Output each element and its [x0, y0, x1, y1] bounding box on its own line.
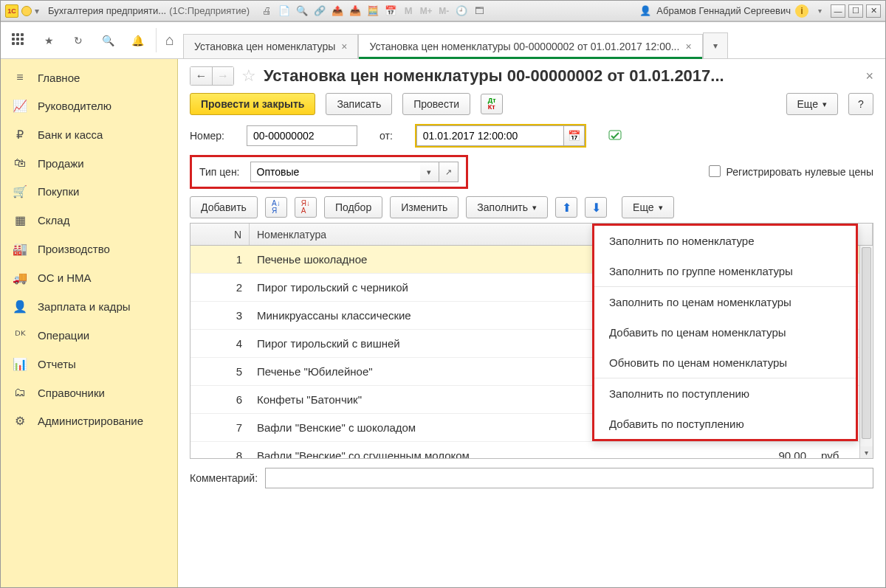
search-icon[interactable]: 🔍 — [100, 32, 116, 49]
sidebar-item-8[interactable]: 👤Зарплата и кадры — [1, 292, 177, 321]
sidebar-item-4[interactable]: 🛒Покупки — [1, 177, 177, 206]
cell-n: 6 — [190, 393, 250, 406]
sidebar-label: Зарплата и кадры — [38, 300, 131, 313]
page-title: Установка цен номенклатуры 00-00000002 о… — [264, 66, 858, 86]
sidebar-item-5[interactable]: ▦Склад — [1, 206, 177, 235]
sidebar: ≡Главное📈Руководителю₽Банк и касса🛍Прода… — [1, 59, 178, 587]
table-scrollbar[interactable]: ▾ — [859, 246, 873, 458]
close-page-button[interactable]: × — [865, 69, 873, 84]
save-button[interactable]: Записать — [326, 93, 392, 115]
fill-menu-item[interactable]: Заполнить по группе номенклатуры — [594, 256, 856, 286]
chevron-down-icon: ▾ — [532, 203, 537, 212]
register-zero-checkbox[interactable] — [709, 165, 721, 177]
sidebar-item-11[interactable]: 🗂Справочники — [1, 378, 177, 407]
sidebar-label: Банк и касса — [38, 128, 103, 141]
calendar-icon[interactable]: 📅 — [384, 4, 397, 18]
cell-n: 7 — [190, 421, 250, 434]
move-up-button[interactable]: ⬆ — [555, 197, 577, 218]
sidebar-item-1[interactable]: 📈Руководителю — [1, 91, 177, 120]
comment-label: Комментарий: — [190, 472, 258, 484]
close-icon[interactable]: × — [341, 41, 347, 52]
print2-icon[interactable]: 📄 — [278, 4, 291, 18]
calendar-picker-icon[interactable]: 📅 — [564, 125, 585, 146]
table-row[interactable]: 8Вафли "Венские" со сгущенным молоком90,… — [190, 442, 873, 459]
home-icon[interactable]: ⌂ — [165, 32, 174, 49]
price-type-input[interactable] — [250, 162, 420, 182]
sidebar-label: Главное — [38, 72, 80, 84]
sidebar-item-10[interactable]: 📊Отчеты — [1, 350, 177, 378]
help-button[interactable]: ? — [848, 93, 873, 115]
window-close-button[interactable]: ✕ — [866, 4, 881, 18]
m-icon[interactable]: M — [402, 4, 415, 18]
sort-desc-button[interactable]: Я↓А — [295, 197, 317, 218]
fill-menu-item[interactable]: Заполнить по ценам номенклатуры — [594, 287, 856, 317]
sidebar-item-2[interactable]: ₽Банк и касса — [1, 120, 177, 149]
add-row-button[interactable]: Добавить — [190, 196, 258, 218]
fill-button[interactable]: Заполнить ▾ — [466, 196, 548, 218]
clock-icon[interactable]: 🕘 — [455, 4, 468, 18]
nav-back-button[interactable]: ← — [190, 66, 212, 86]
fill-menu-item[interactable]: Заполнить по номенклатуре — [594, 226, 856, 256]
tabs-more-button[interactable]: ▾ — [703, 32, 728, 58]
sidebar-icon: ᴰᴷ — [13, 328, 27, 342]
tab-price-setting-doc[interactable]: Установка цен номенклатуры 00-00000002 о… — [358, 34, 702, 58]
number-input[interactable] — [247, 125, 357, 146]
sidebar-label: ОС и НМА — [38, 271, 92, 284]
sidebar-label: Отчеты — [38, 358, 76, 370]
bell-icon[interactable]: 🔔 — [129, 32, 145, 49]
dtkt-button[interactable]: ДтКт — [481, 94, 503, 114]
link-icon[interactable]: 🔗 — [313, 4, 326, 18]
calc-icon[interactable]: 🧮 — [366, 4, 380, 18]
sidebar-item-0[interactable]: ≡Главное — [1, 63, 177, 91]
col-number-header[interactable]: N — [190, 224, 250, 245]
close-icon[interactable]: × — [685, 41, 691, 52]
post-and-close-button[interactable]: Провести и закрыть — [190, 93, 315, 115]
export-icon[interactable]: 📤 — [331, 4, 344, 18]
sidebar-item-6[interactable]: 🏭Производство — [1, 235, 177, 263]
sidebar-item-9[interactable]: ᴰᴷОперации — [1, 321, 177, 350]
import-icon[interactable]: 📥 — [348, 4, 362, 18]
table-more-button[interactable]: Еще ▾ — [622, 196, 674, 218]
change-button[interactable]: Изменить — [390, 196, 459, 218]
windows-icon[interactable]: 🗔 — [473, 4, 486, 18]
history-icon[interactable]: ↻ — [70, 32, 86, 49]
info-icon[interactable]: i — [795, 4, 808, 18]
sidebar-icon: ▦ — [13, 213, 27, 227]
tab-price-setting-list[interactable]: Установка цен номенклатуры × — [183, 34, 358, 58]
sort-asc-button[interactable]: А↓Я — [265, 197, 287, 218]
combo-open-icon[interactable]: ↗ — [439, 162, 459, 182]
sidebar-item-12[interactable]: ⚙Администрирование — [1, 407, 177, 435]
nav-forward-button[interactable]: → — [212, 66, 234, 86]
sidebar-item-3[interactable]: 🛍Продажи — [1, 149, 177, 177]
star-icon[interactable]: ★ — [41, 32, 57, 49]
window-maximize-button[interactable]: ☐ — [848, 4, 863, 18]
sidebar-icon: 📊 — [13, 357, 27, 371]
find-icon[interactable]: 🔍 — [295, 4, 309, 18]
sidebar-item-7[interactable]: 🚚ОС и НМА — [1, 263, 177, 292]
post-button[interactable]: Провести — [402, 93, 470, 115]
select-button[interactable]: Подбор — [324, 196, 382, 218]
favorite-star-icon[interactable]: ☆ — [241, 66, 256, 86]
more-button[interactable]: Еще ▾ — [786, 93, 839, 115]
print-icon[interactable]: 🖨 — [260, 4, 273, 18]
fill-menu-item[interactable]: Обновить по ценам номенклатуры — [594, 347, 856, 378]
m-minus-icon[interactable]: M- — [437, 4, 450, 18]
fill-menu-item[interactable]: Добавить по поступлению — [594, 409, 856, 439]
svg-rect-0 — [609, 131, 621, 139]
combo-dropdown-icon[interactable]: ▾ — [420, 162, 439, 182]
date-input[interactable] — [416, 125, 564, 146]
logo-1c-icon: 1C — [5, 4, 18, 18]
comment-input[interactable] — [265, 468, 873, 488]
info-caret-icon[interactable]: ▾ — [813, 4, 826, 18]
price-type-highlight: Тип цен: ▾ ↗ — [190, 155, 468, 189]
move-down-button[interactable]: ⬇ — [585, 197, 607, 218]
m-plus-icon[interactable]: M+ — [419, 4, 433, 18]
sidebar-label: Руководителю — [38, 100, 111, 112]
fill-menu-item[interactable]: Добавить по ценам номенклатуры — [594, 317, 856, 347]
window-minimize-button[interactable]: — — [831, 4, 845, 18]
sidebar-icon: 📈 — [13, 99, 27, 113]
dropdown-caret-icon[interactable]: ▾ — [35, 6, 39, 16]
fill-menu-item[interactable]: Заполнить по поступлению — [594, 378, 856, 409]
number-label: Номер: — [190, 130, 224, 142]
apps-grid-icon[interactable] — [11, 32, 27, 49]
